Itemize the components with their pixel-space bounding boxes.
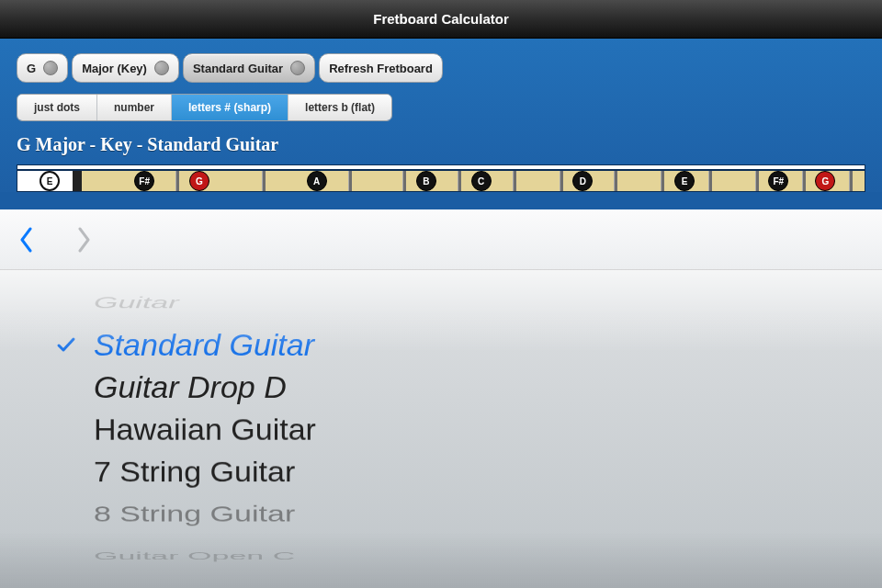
segment-number[interactable]: number [97, 95, 172, 120]
note-label: F# [773, 176, 784, 187]
scale-picker-label: Major (Key) [82, 62, 147, 75]
note-picker-button[interactable]: G [17, 53, 68, 83]
fret-note: F# [134, 171, 154, 191]
picker-nav-bar [0, 209, 882, 270]
toolbar: G Major (Key) Standard Guitar Refresh Fr… [17, 53, 865, 83]
dropdown-indicator-icon [43, 61, 58, 75]
fret-note: C [471, 171, 492, 191]
note-picker-label: G [27, 62, 36, 75]
fret-note: B [416, 171, 436, 191]
title-bar: Fretboard Calculator [0, 0, 882, 39]
tuning-picker-button[interactable]: Standard Guitar [183, 53, 315, 83]
display-mode-segmented: just dots number letters # (sharp) lette… [17, 94, 392, 121]
picker-item[interactable]: Standard Guitar [28, 323, 882, 366]
picker-wheel[interactable]: GuitarStandard GuitarGuitar Drop DHawaii… [0, 270, 882, 588]
picker-item[interactable]: Guitar [28, 292, 882, 313]
fretboard-string: E F#GABCDEF#G [17, 169, 865, 191]
fretboard-container: E F#GABCDEF#G [17, 164, 865, 192]
note-label: E [47, 176, 53, 187]
picker-item-label: Standard Guitar [94, 323, 314, 366]
fret-divider [614, 171, 617, 191]
fret-divider [262, 171, 266, 191]
fret-note: A [307, 171, 327, 191]
forward-button[interactable] [75, 224, 94, 255]
segment-label: letters b (flat) [305, 101, 375, 114]
fret-divider [458, 171, 461, 191]
picker-item[interactable]: Guitar Open C [28, 548, 882, 563]
scale-picker-button[interactable]: Major (Key) [72, 53, 179, 83]
picker-item-label: Hawaiian Guitar [94, 409, 316, 450]
segment-flat[interactable]: letters b (flat) [288, 95, 391, 120]
fret-note: E [674, 171, 695, 191]
fret-note: D [572, 171, 593, 191]
picker-item-label: Guitar [94, 292, 179, 313]
note-label: B [423, 176, 429, 187]
nut-area: E [17, 171, 82, 191]
note-label: C [478, 176, 484, 187]
chevron-left-icon [18, 226, 33, 254]
picker-item[interactable]: Hawaiian Guitar [28, 409, 882, 450]
picker-overlay: GuitarStandard GuitarGuitar Drop DHawaii… [0, 209, 882, 588]
fret-divider [849, 171, 853, 191]
tuning-picker-label: Standard Guitar [193, 62, 283, 75]
fret-divider [402, 171, 406, 191]
segment-label: just dots [34, 101, 80, 114]
note-label: F# [139, 176, 150, 187]
fret-divider [513, 171, 516, 191]
picker-item[interactable]: Guitar Drop D [28, 366, 882, 408]
fret-note: G [189, 171, 209, 191]
app-title: Fretboard Calculator [373, 11, 509, 27]
picker-item-label: Guitar Drop D [94, 366, 287, 408]
note-label: E [682, 176, 688, 187]
open-note: E [40, 171, 60, 191]
fret-divider [175, 171, 179, 191]
picker-item[interactable]: 8 String Guitar [28, 499, 882, 528]
dropdown-indicator-icon [154, 61, 169, 75]
note-label: G [822, 176, 830, 187]
picker-item-label: Guitar Open C [94, 548, 295, 563]
segment-label: number [114, 101, 154, 114]
note-label: G [196, 176, 203, 187]
fret-divider [708, 171, 712, 191]
fret-area: F#GABCDEF#G [82, 171, 865, 191]
fret-divider [348, 171, 352, 191]
fret-divider [802, 171, 806, 191]
dropdown-indicator-icon [290, 61, 305, 75]
segment-label: letters # (sharp) [188, 101, 271, 114]
segment-just-dots[interactable]: just dots [17, 95, 97, 120]
fret-note: F# [768, 171, 788, 191]
main-panel: G Major (Key) Standard Guitar Refresh Fr… [0, 39, 882, 192]
fret-divider [661, 171, 664, 191]
picker-item[interactable]: 7 String Guitar [28, 452, 882, 492]
note-label: D [580, 176, 586, 187]
fret-divider [560, 171, 563, 191]
note-label: A [313, 176, 320, 187]
picker-item-label: 8 String Guitar [94, 499, 295, 528]
segment-sharp[interactable]: letters # (sharp) [172, 95, 288, 120]
checkmark-icon [55, 334, 77, 356]
fret-divider [755, 171, 759, 191]
chevron-right-icon [77, 226, 92, 254]
fretboard-heading: G Major - Key - Standard Guitar [17, 134, 865, 155]
back-button[interactable] [17, 224, 35, 255]
refresh-button[interactable]: Refresh Fretboard [319, 53, 443, 83]
refresh-button-label: Refresh Fretboard [329, 62, 433, 75]
picker-item-label: 7 String Guitar [94, 452, 295, 492]
fret-note: G [815, 171, 835, 191]
